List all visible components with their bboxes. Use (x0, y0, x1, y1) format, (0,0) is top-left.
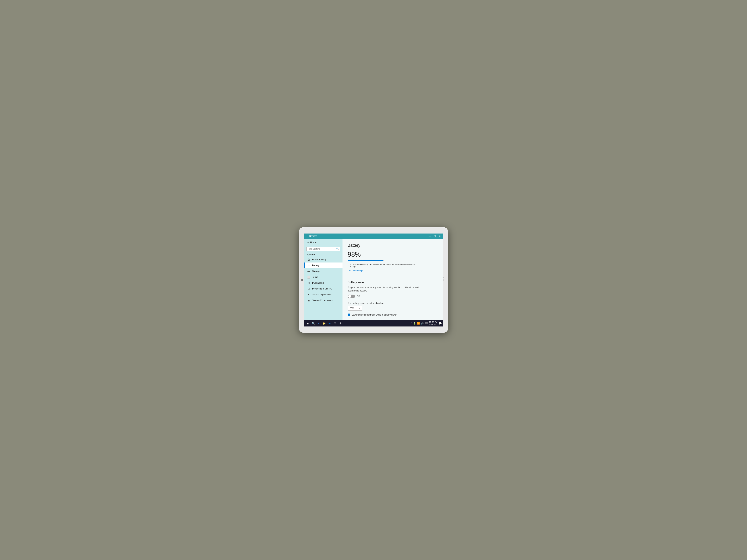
sidebar-item-shared[interactable]: ✖ Shared experiences (304, 292, 342, 297)
wifi-icon[interactable]: 📶 (417, 322, 420, 325)
start-button[interactable]: ⊞ (305, 321, 310, 326)
sidebar-item-tablet[interactable]: ⬜ Tablet (304, 274, 342, 280)
volume-icon[interactable]: 🔊 (421, 322, 424, 325)
storage-icon: ▬ (307, 270, 310, 273)
warning-text: Your screen is using more battery than u… (350, 263, 417, 268)
sidebar-item-multitasking[interactable]: ⊞ Multitasking (304, 280, 342, 286)
sidebar-item-system-components[interactable]: ⊟ System Components (304, 297, 342, 303)
shared-icon: ✖ (307, 293, 310, 296)
tablet-camera (301, 279, 303, 281)
back-button[interactable]: ← (306, 235, 308, 237)
battery-saver-toggle[interactable] (347, 295, 355, 298)
sidebar-home[interactable]: ⌂ Home (304, 239, 342, 246)
battery-saver-toggle-row: Off (347, 295, 438, 298)
restore-button[interactable]: ❐ (433, 235, 436, 237)
taskbar: ⊞ 🔍 ● 📁 ✉ 🛡 ⚙ (304, 320, 443, 326)
taskbar-left: ⊞ 🔍 ● 📁 ✉ 🛡 ⚙ (305, 321, 343, 326)
battery-bar-fill (347, 260, 383, 261)
edge-icon: ● (318, 322, 319, 325)
search-icon: 🔍 (312, 322, 315, 325)
files-icon: 📁 (323, 322, 326, 325)
taskbar-right: ^ 🔋 📶 🔊 ⌨ 12:58 PM 4/27/2024 💬 (411, 321, 442, 326)
battery-saver-title: Battery saver (347, 281, 438, 284)
chevron-up-icon[interactable]: ^ (411, 322, 412, 325)
taskbar-time: 12:58 PM (429, 321, 438, 323)
projecting-icon: ⬡ (307, 287, 310, 290)
projecting-label: Projecting to this PC (312, 288, 332, 290)
search-input[interactable] (308, 248, 336, 250)
taskbar-date: 4/27/2024 (429, 324, 438, 326)
checkmark-icon: ✓ (348, 314, 350, 316)
tablet-brand-label: acer (443, 277, 445, 283)
auto-saver-dropdown[interactable]: 20% ▾ (347, 306, 362, 311)
battery-bar-container (347, 260, 384, 261)
battery-saver-desc: To get more from your battery when it's … (347, 286, 420, 292)
system-components-icon: ⊟ (307, 299, 310, 302)
main-area: ⌂ Home 🔍 System ⏻ Power & sleep ▭ Batter… (304, 239, 443, 320)
taskbar-clock[interactable]: 12:58 PM 4/27/2024 (429, 321, 438, 326)
sidebar-item-storage[interactable]: ▬ Storage (304, 268, 342, 274)
tablet-device: acer ← Settings — ❐ ✕ ⌂ Home 🔍 (299, 227, 448, 333)
taskbar-mail-button[interactable]: ✉ (327, 321, 332, 326)
screen: ← Settings — ❐ ✕ ⌂ Home 🔍 System (304, 234, 443, 326)
dropdown-arrow-icon: ▾ (359, 308, 360, 309)
battery-sys-icon[interactable]: 🔋 (413, 322, 416, 325)
toggle-off-label: Off (357, 295, 360, 298)
power-sleep-icon: ⏻ (307, 258, 310, 261)
taskbar-files-button[interactable]: 📁 (322, 321, 327, 326)
mail-icon: ✉ (329, 322, 331, 325)
dropdown-value: 20% (350, 307, 354, 310)
home-label: Home (310, 241, 316, 244)
taskbar-defender-button[interactable]: 🛡 (333, 321, 337, 326)
brightness-checkbox[interactable]: ✓ (347, 314, 350, 316)
section-label: System (304, 252, 342, 257)
sidebar-search-box[interactable]: 🔍 (306, 247, 340, 251)
sidebar-item-battery[interactable]: ▭ Battery (304, 263, 342, 268)
minimize-button[interactable]: — (428, 235, 431, 237)
window-controls: — ❐ ✕ (428, 235, 441, 237)
battery-percentage: 98% (347, 251, 438, 258)
tablet-label: Tablet (312, 276, 318, 278)
battery-label: Battery (312, 264, 319, 267)
system-components-label: System Components (312, 299, 332, 302)
power-sleep-label: Power & sleep (312, 258, 326, 261)
taskbar-settings-button[interactable]: ⚙ (338, 321, 343, 326)
title-bar: ← Settings — ❐ ✕ (304, 234, 443, 239)
settings-icon: ⚙ (339, 322, 342, 325)
battery-warning: ℹ Your screen is using more battery than… (347, 263, 417, 268)
taskbar-edge-button[interactable]: ● (316, 321, 321, 326)
search-icon: 🔍 (336, 247, 339, 250)
battery-icon: ▭ (307, 264, 310, 267)
sidebar-item-projecting[interactable]: ⬡ Projecting to this PC (304, 286, 342, 292)
sidebar-item-power-sleep[interactable]: ⏻ Power & sleep (304, 257, 342, 263)
close-button[interactable]: ✕ (438, 235, 441, 237)
toggle-knob (348, 295, 351, 298)
home-icon: ⌂ (307, 241, 309, 244)
windows-icon: ⊞ (307, 322, 309, 325)
page-title: Battery (347, 243, 438, 248)
multitasking-icon: ⊞ (307, 282, 310, 284)
taskbar-search-button[interactable]: 🔍 (311, 321, 315, 326)
display-settings-link[interactable]: Display settings (347, 269, 363, 272)
brightness-checkbox-label: Lower screen brightness while in battery… (352, 314, 397, 316)
window-title: Settings (309, 235, 428, 237)
storage-label: Storage (312, 270, 320, 272)
shared-label: Shared experiences (312, 293, 332, 296)
sidebar: ⌂ Home 🔍 System ⏻ Power & sleep ▭ Batter… (304, 239, 342, 320)
section-divider (347, 277, 438, 278)
notification-icon[interactable]: 💬 (439, 322, 442, 325)
content-pane: Battery 98% ℹ Your screen is using more … (342, 239, 443, 320)
auto-saver-label: Turn battery saver on automatically at (347, 302, 438, 304)
multitasking-label: Multitasking (312, 282, 324, 284)
tablet-icon: ⬜ (307, 276, 310, 278)
brightness-checkbox-row: ✓ Lower screen brightness while in batte… (347, 314, 438, 316)
defender-icon: 🛡 (334, 322, 336, 325)
keyboard-icon[interactable]: ⌨ (425, 322, 428, 325)
info-icon: ℹ (347, 263, 349, 266)
